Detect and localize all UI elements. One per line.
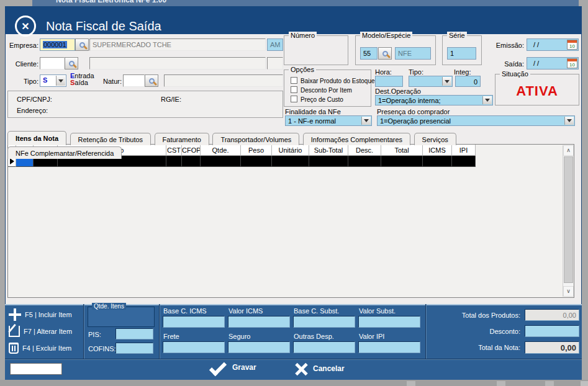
tipo-select[interactable]: S — [40, 74, 66, 87]
vertical-scrollbar[interactable]: ∧ ∨ — [563, 145, 573, 297]
integ-field[interactable]: 0 — [455, 76, 481, 87]
finalidade-select[interactable]: 1 - NF-e normal — [285, 115, 372, 126]
pis-label: PIS: — [88, 331, 101, 338]
pis-field[interactable] — [115, 328, 153, 339]
panel-divider — [5, 359, 582, 360]
gravar-button[interactable]: Gravar — [210, 363, 256, 372]
tab-servicos[interactable]: Serviços — [414, 133, 456, 145]
base-icms-label: Base C. ICMS — [163, 307, 207, 315]
tipo2-select[interactable] — [409, 76, 453, 87]
cpf-cnpj-label: CPF/CNPJ: — [17, 96, 52, 103]
cell-total — [381, 156, 423, 167]
chevron-down-icon — [482, 96, 492, 104]
outras-desp-field[interactable] — [293, 341, 355, 353]
cliente-search-button[interactable] — [65, 57, 78, 70]
empresa-name-field: SUPERMERCADO TCHE — [89, 38, 266, 51]
frete-label: Frete — [163, 333, 179, 340]
base-subst-label: Base C. Subst. — [294, 307, 339, 315]
natur-code-field[interactable] — [123, 74, 145, 87]
outras-desp-label: Outras Desp. — [294, 333, 334, 340]
col-icms: ICMS — [423, 145, 452, 156]
tab-transportador-volumes[interactable]: Transportador/Volumes — [212, 133, 299, 145]
background-window-strip: Nota Fiscal Eletrônica NFe 1.00 — [0, 0, 588, 6]
hora-field[interactable] — [375, 76, 403, 87]
col-subtotal: Sub-Total — [309, 145, 348, 156]
chevron-down-icon — [442, 77, 451, 86]
excluir-item-label: F4 | Excluir Item — [22, 344, 71, 352]
incluir-item-button[interactable]: F5 | Incluir Item — [9, 307, 82, 322]
saida-label: Saída — [70, 79, 88, 86]
numero-group: Número — [284, 35, 348, 65]
excluir-item-button[interactable]: F4 | Excluir Item — [9, 340, 82, 356]
status-input[interactable] — [10, 363, 62, 375]
calendar-icon[interactable]: 10 — [567, 58, 577, 68]
valor-ipi-label: Valor IPI — [359, 333, 384, 340]
calendar-day: 10 — [568, 43, 577, 49]
cancelar-button[interactable]: Cancelar — [294, 362, 345, 375]
situacao-group: Situação ATIVA — [495, 74, 579, 105]
scrollbar-thumb[interactable] — [564, 156, 573, 283]
cofins-field[interactable] — [115, 343, 153, 354]
scroll-up-icon[interactable]: ∧ — [563, 145, 574, 156]
especie-field: NFE — [395, 47, 431, 60]
preco-custo-checkbox[interactable] — [291, 96, 297, 102]
col-peso: Peso — [241, 145, 272, 156]
search-icon — [69, 61, 75, 66]
tipo-value: S — [43, 76, 47, 84]
search-icon — [149, 78, 155, 84]
serie-field[interactable]: 1 — [447, 47, 476, 60]
modelo-field[interactable]: 55 — [360, 47, 378, 60]
dest-operacao-select[interactable]: 1=Operação interna; — [375, 95, 493, 105]
modelo-search-button[interactable] — [378, 47, 392, 60]
natur-search-button[interactable] — [145, 74, 158, 87]
cliente-name-field — [89, 57, 266, 70]
gravar-label: Gravar — [232, 363, 256, 372]
modelo-especie-label: Modelo/Espécie — [360, 32, 412, 39]
desconto-item-label: Desconto Por Item — [301, 87, 352, 94]
search-icon — [79, 42, 85, 48]
total-produtos-label: Total dos Produtos: — [427, 312, 520, 319]
empresa-search-button[interactable] — [75, 38, 89, 51]
tab-nfe-complementar[interactable]: NFe Complemantar/Referencida — [7, 146, 122, 159]
search-icon — [382, 51, 388, 56]
base-subst-field[interactable] — [293, 316, 355, 328]
frete-field[interactable] — [163, 341, 225, 353]
valor-icms-field[interactable] — [228, 316, 290, 328]
tab-faturamento[interactable]: Faturamento — [155, 133, 209, 145]
tab-retencao-tributos[interactable]: Retenção de Tributos — [70, 133, 152, 145]
tab-itens-da-nota[interactable]: Itens da Nota — [7, 131, 66, 145]
empresa-code-field[interactable]: 000001 — [40, 38, 75, 51]
cliente-code-field[interactable] — [40, 57, 65, 70]
desconto-item-checkbox[interactable] — [291, 86, 297, 93]
serie-label: Série — [447, 32, 467, 39]
calendar-icon[interactable]: 10 — [567, 40, 577, 50]
natur-name-field — [164, 74, 283, 87]
x-icon — [294, 362, 307, 375]
incluir-item-label: F5 | Incluir Item — [25, 311, 72, 318]
alterar-item-button[interactable]: F7 | Alterar Item — [9, 323, 82, 339]
pencil-icon — [9, 326, 20, 337]
total-nota-label: Total da Nota: — [427, 344, 520, 351]
col-desc: Desc. — [348, 145, 381, 156]
scroll-down-icon[interactable]: ∨ — [563, 286, 574, 297]
panel-divider — [83, 304, 84, 359]
valor-subst-field[interactable] — [358, 316, 420, 328]
valor-ipi-field[interactable] — [358, 341, 420, 353]
tab-informacoes-complementares[interactable]: Informações Complementares — [303, 133, 410, 145]
baixar-produto-checkbox[interactable] — [291, 77, 297, 84]
baixar-produto-label: Baixar Produto do Estoque — [301, 78, 375, 84]
seguro-field[interactable] — [228, 341, 290, 353]
panel-divider — [159, 304, 160, 359]
col-unitario: Unitário — [272, 145, 309, 156]
close-icon[interactable]: ✕ — [15, 16, 36, 37]
situacao-label: Situação — [500, 70, 530, 78]
presenca-value: 1=Operação presencial — [380, 117, 451, 125]
desconto-field[interactable] — [525, 325, 579, 337]
panel-divider — [425, 304, 427, 359]
base-icms-field[interactable] — [163, 316, 225, 328]
cell-subtotal — [309, 156, 348, 167]
window-titlebar: ✕ Nota Fiscal de Saída — [5, 6, 582, 34]
cell-cst — [166, 156, 182, 167]
presenca-select[interactable]: 1=Operação presencial — [377, 115, 575, 126]
empresa-label: Empresa: — [5, 42, 38, 49]
